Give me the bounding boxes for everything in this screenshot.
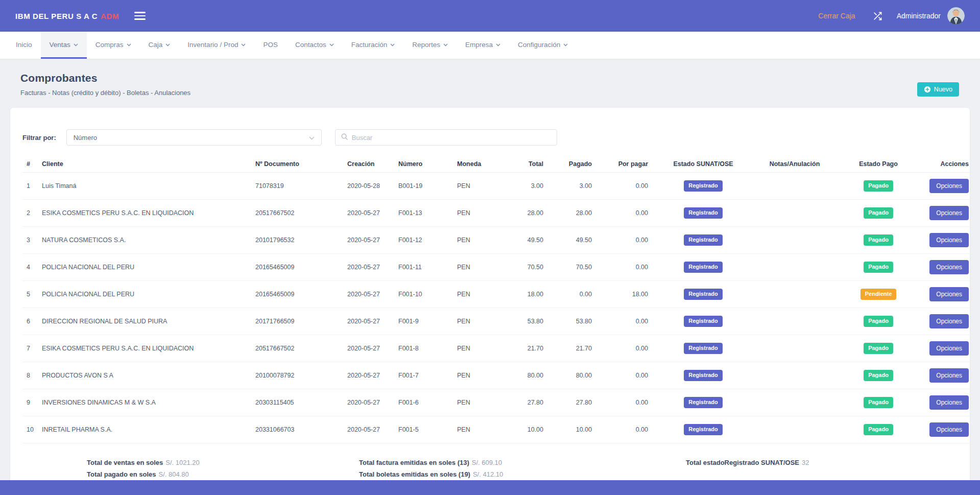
nav-item-facturacion[interactable]: Facturación <box>343 32 404 59</box>
cell-total: 27.80 <box>501 389 547 416</box>
chevron-down-icon <box>443 43 448 46</box>
cell-pagado: 28.00 <box>547 200 596 227</box>
filter-select[interactable]: Número <box>66 129 322 146</box>
cell-creacion: 2020-05-27 <box>343 416 394 443</box>
nav-item-inventario[interactable]: Inventario / Prod <box>179 32 254 59</box>
user-name[interactable]: Administrador <box>897 12 941 20</box>
cell-moneda: PEN <box>453 389 501 416</box>
cell-total: 70.50 <box>501 254 547 281</box>
opciones-button[interactable]: Opciones <box>929 395 969 410</box>
opciones-button[interactable]: Opciones <box>929 287 969 301</box>
cell-notas <box>754 200 835 227</box>
cell-pagado: 3.00 <box>547 173 596 200</box>
cell-notas <box>754 254 835 281</box>
cell-por-pagar: 0.00 <box>596 416 652 443</box>
cell-moneda: PEN <box>453 308 501 335</box>
cell-notas <box>754 416 835 443</box>
cell-cliente: ESIKA COSMETICS PERU S.A.C. EN LIQUIDACI… <box>38 335 251 362</box>
nav-item-caja[interactable]: Caja <box>140 32 179 59</box>
sunat-status-badge: Registrado <box>684 397 722 408</box>
cell-total: 21.70 <box>501 335 547 362</box>
opciones-button[interactable]: Opciones <box>929 206 969 220</box>
nav-item-ventas[interactable]: Ventas <box>41 32 87 59</box>
totals-emitidas: Total factura emitidas en soles (13)S/. … <box>359 457 686 480</box>
cell-cliente: NATURA COSMETICOS S.A. <box>38 227 251 254</box>
pago-status-badge: Pagado <box>864 262 893 272</box>
totals-summary: Total de ventas en solesS/. 1021.20 Tota… <box>22 457 958 480</box>
cell-index: 6 <box>22 308 38 335</box>
sunat-status-badge: Registrado <box>684 207 722 218</box>
opciones-button[interactable]: Opciones <box>929 233 969 247</box>
table-row: 3 NATURA COSMETICOS S.A. 20101796532 202… <box>22 227 973 254</box>
cell-por-pagar: 0.00 <box>596 362 652 389</box>
filter-select-value: Número <box>74 134 97 142</box>
nav-item-inicio[interactable]: Inicio <box>7 32 41 59</box>
search-input[interactable] <box>352 134 551 142</box>
cell-pagado: 80.00 <box>547 362 596 389</box>
shuffle-icon[interactable] <box>873 11 882 21</box>
hamburger-menu-icon[interactable] <box>134 12 146 20</box>
cell-por-pagar: 0.00 <box>596 254 652 281</box>
pago-status-badge: Pagado <box>864 234 893 245</box>
nav-item-empresa[interactable]: Empresa <box>457 32 509 59</box>
search-icon <box>341 133 348 142</box>
chevron-down-icon <box>241 43 246 46</box>
search-box <box>335 129 557 146</box>
cell-notas <box>754 389 835 416</box>
chevron-down-icon <box>390 43 395 46</box>
nav-item-compras[interactable]: Compras <box>87 32 140 59</box>
cerrar-caja-link[interactable]: Cerrar Caja <box>818 12 855 20</box>
cell-notas <box>754 335 835 362</box>
total-estado-value: 32 <box>802 459 809 466</box>
brand-name: IBM DEL PERU S A C <box>15 12 98 20</box>
cell-moneda: PEN <box>453 173 501 200</box>
opciones-button[interactable]: Opciones <box>929 368 969 383</box>
nav-item-pos[interactable]: POS <box>254 32 286 59</box>
opciones-button[interactable]: Opciones <box>929 422 969 437</box>
col-total: Total <box>501 156 547 173</box>
opciones-button[interactable]: Opciones <box>929 179 969 193</box>
pago-status-badge: Pagado <box>864 180 893 191</box>
chevron-down-icon <box>127 43 131 46</box>
chevron-down-icon <box>563 43 568 46</box>
cell-index: 10 <box>22 416 38 443</box>
opciones-button[interactable]: Opciones <box>929 260 969 274</box>
total-boletas-value: S/. 412.10 <box>473 470 503 478</box>
cell-total: 18.00 <box>501 281 547 308</box>
filter-label: Filtrar por: <box>22 134 56 142</box>
cell-cliente: INVERSIONES DINAMICAS M & W S.A <box>38 389 251 416</box>
page-title: Comprobantes <box>20 72 190 84</box>
nav-item-reportes[interactable]: Reportes <box>403 32 457 59</box>
cell-notas <box>754 227 835 254</box>
cell-creacion: 2020-05-27 <box>343 389 394 416</box>
cell-index: 3 <box>22 227 38 254</box>
cell-creacion: 2020-05-27 <box>343 254 394 281</box>
table-row: 4 POLICIA NACIONAL DEL PERU 20165465009 … <box>22 254 973 281</box>
opciones-button[interactable]: Opciones <box>929 314 969 328</box>
cell-creacion: 2020-05-27 <box>343 200 394 227</box>
avatar[interactable] <box>947 7 965 25</box>
cell-creacion: 2020-05-27 <box>343 335 394 362</box>
nav-item-contactos[interactable]: Contactos <box>286 32 343 59</box>
total-boletas-label: Total boletas emitidas en soles (19) <box>359 470 470 478</box>
cell-moneda: PEN <box>453 281 501 308</box>
cell-notas <box>754 362 835 389</box>
nav-item-configuracion[interactable]: Configuración <box>509 32 577 59</box>
cell-pagado: 27.80 <box>547 389 596 416</box>
sunat-status-badge: Registrado <box>684 370 722 381</box>
cell-por-pagar: 0.00 <box>596 389 652 416</box>
cell-numero: F001-13 <box>394 200 453 227</box>
cell-index: 7 <box>22 335 38 362</box>
opciones-button[interactable]: Opciones <box>929 341 969 356</box>
col-estado-pago: Estado Pago <box>835 156 922 173</box>
chevron-down-icon <box>309 134 315 142</box>
sunat-status-badge: Registrado <box>684 289 722 299</box>
pago-status-badge: Pendiente <box>861 289 897 299</box>
new-button[interactable]: Nuevo <box>917 82 959 97</box>
table-row: 6 DIRECCION REGIONAL DE SALUD PIURA 2017… <box>22 308 973 335</box>
totals-estado: Total estadoRegistrado SUNAT/OSE32 <box>686 457 958 480</box>
cell-numero: B001-19 <box>394 173 453 200</box>
total-facturas-label: Total factura emitidas en soles (13) <box>359 459 469 466</box>
total-estado-label: Total estadoRegistrado SUNAT/OSE <box>686 459 799 466</box>
cell-documento: 20100078792 <box>251 362 343 389</box>
